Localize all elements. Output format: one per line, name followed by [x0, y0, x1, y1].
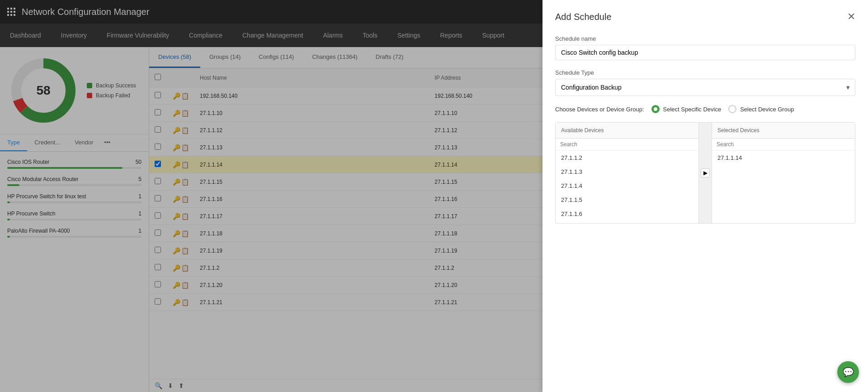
device-lists-panel: Available Devices 27.1.1.2 27.1.1.3 27.1… — [555, 122, 855, 224]
device-choice-row: Choose Devices or Device Group: Select S… — [555, 105, 855, 113]
list-item[interactable]: 27.1.1.3 — [556, 165, 698, 179]
list-item[interactable]: 27.1.1.5 — [556, 193, 698, 207]
schedule-type-select[interactable]: Configuration Backup Compliance Check Fi… — [555, 79, 855, 96]
list-item[interactable]: 27.1.1.6 — [556, 207, 698, 221]
available-search-input[interactable] — [556, 139, 698, 151]
specific-device-label: Select Specific Device — [663, 106, 722, 113]
schedule-type-group: Schedule Type Configuration Backup Compl… — [555, 69, 855, 96]
add-schedule-modal: Add Schedule ✕ Schedule name Schedule Ty… — [542, 0, 868, 392]
available-devices-list: 27.1.1.2 27.1.1.3 27.1.1.4 27.1.1.5 27.1… — [556, 151, 698, 223]
modal-header: Add Schedule ✕ — [542, 0, 868, 28]
save-fab-button[interactable]: 💬 — [837, 361, 859, 383]
modal-overlay: Add Schedule ✕ Schedule name Schedule Ty… — [0, 0, 868, 392]
device-group-label: Select Device Group — [740, 106, 794, 113]
available-devices-panel: Available Devices 27.1.1.2 27.1.1.3 27.1… — [556, 123, 698, 223]
modal-title: Add Schedule — [555, 12, 612, 22]
device-group-radio-btn[interactable] — [728, 105, 736, 113]
available-devices-title: Available Devices — [556, 123, 698, 139]
specific-device-radio-btn[interactable] — [651, 105, 660, 113]
modal-body: Schedule name Schedule Type Configuratio… — [542, 28, 868, 231]
schedule-type-label: Schedule Type — [555, 69, 855, 76]
selected-search-input[interactable] — [712, 139, 855, 151]
list-item[interactable]: 27.1.1.4 — [556, 179, 698, 193]
device-group-radio[interactable]: Select Device Group — [728, 105, 794, 113]
selected-devices-title: Selected Devices — [712, 123, 855, 139]
transfer-right-button[interactable]: ▶ — [701, 168, 710, 177]
schedule-name-input[interactable] — [555, 45, 855, 60]
modal-close-button[interactable]: ✕ — [847, 11, 855, 23]
device-choice-label: Choose Devices or Device Group: — [555, 106, 644, 113]
specific-device-radio[interactable]: Select Specific Device — [651, 105, 722, 113]
list-item[interactable]: 27.1.1.2 — [556, 151, 698, 165]
schedule-type-select-wrapper: Configuration Backup Compliance Check Fi… — [555, 79, 855, 96]
selected-devices-list: 27.1.1.14 — [712, 151, 855, 223]
list-item[interactable]: 27.1.1.14 — [712, 151, 855, 165]
transfer-buttons: ▶ — [698, 123, 712, 223]
schedule-name-group: Schedule name — [555, 35, 855, 60]
selected-devices-panel: Selected Devices 27.1.1.14 — [712, 123, 855, 223]
schedule-name-label: Schedule name — [555, 35, 855, 42]
